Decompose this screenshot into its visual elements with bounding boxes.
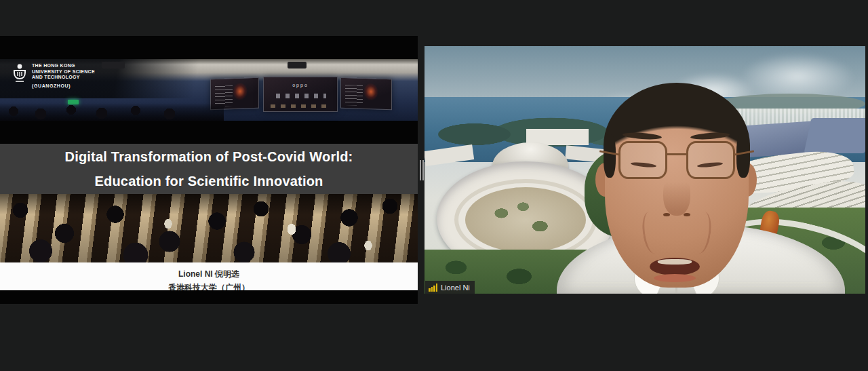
hkust-logo-icon [12, 63, 27, 85]
glasses-lens [618, 141, 667, 179]
participant-name-label: Lionel Ni [425, 281, 475, 294]
slide-title-line2: Education for Scientific Innovation [94, 174, 323, 189]
ceiling-projector [102, 62, 125, 69]
panel-resize-handle[interactable] [418, 160, 425, 180]
lower-lip [654, 274, 696, 282]
lecture-hall-photo: oppo [0, 59, 418, 121]
speaker-info-band: Lionel NI 倪明选 香港科技大学（广州） The Hong Kong U… [0, 262, 418, 290]
speaker-hair-side [604, 134, 616, 178]
oval-courtyard [465, 187, 586, 252]
slide-flame-graphic [233, 82, 248, 100]
logo-line: AND TECHNOLOGY [32, 75, 95, 81]
campus-roof-building [804, 118, 865, 153]
speaker-university-cn: 香港科技大学（广州） [168, 282, 250, 290]
slide-flame-graphic [363, 83, 378, 101]
oppo-brand-text: oppo [264, 83, 337, 87]
app-icons-row [276, 94, 326, 98]
nose [663, 174, 690, 216]
logo-campus-line: (GUANGZHOU) [32, 83, 95, 90]
teeth [658, 259, 692, 265]
participant-name-text: Lionel Ni [441, 284, 470, 292]
hkust-logo-text: THE HONG KONG UNIVERSITY OF SCIENCE AND … [32, 63, 95, 81]
glasses-lens [686, 141, 735, 179]
audience-photo [0, 194, 418, 262]
slide-title-line1: Digital Transformation of Post-Covid Wor… [65, 149, 353, 165]
slide-title-band: Digital Transformation of Post-Covid Wor… [0, 144, 418, 194]
hkust-logo: THE HONG KONG UNIVERSITY OF SCIENCE AND … [12, 63, 95, 89]
nostril [663, 213, 670, 216]
logo-line: UNIVERSITY OF SCIENCE [32, 69, 95, 75]
projection-screen-right [340, 77, 392, 111]
logo-line: THE HONG KONG [32, 63, 95, 69]
speaker-hair-side [736, 133, 750, 178]
signal-strength-icon [429, 284, 437, 292]
projection-screen-center: oppo [263, 77, 338, 112]
glasses-bridge [666, 153, 688, 155]
participant-video-tile[interactable]: Lionel Ni [425, 46, 865, 294]
resize-handle-line [422, 160, 424, 180]
app-icons-row [271, 104, 332, 108]
presentation-slide: oppo [0, 59, 418, 290]
resize-handle-line [420, 160, 421, 180]
meeting-window: oppo [0, 0, 868, 371]
slide-text-lines [345, 85, 363, 106]
nostril [684, 213, 690, 216]
screen-share-panel: oppo [0, 36, 418, 304]
audience-silhouettes [0, 103, 224, 121]
ceiling-projector [288, 62, 307, 69]
speaker-name: Lionel NI 倪明选 [178, 269, 239, 280]
